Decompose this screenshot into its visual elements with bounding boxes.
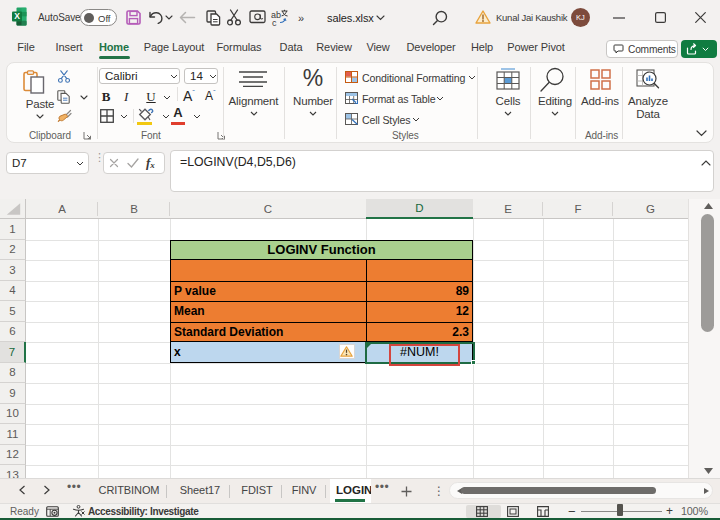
svg-text:X: X: [14, 11, 20, 21]
svg-text:c: c: [272, 18, 277, 27]
